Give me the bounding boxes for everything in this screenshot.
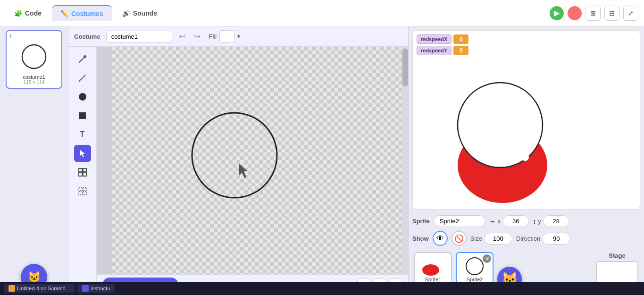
- taskbar-label-0: Untitled-4 on Scratch...: [17, 286, 70, 291]
- editor-toolbar: Costume ↩ ↪ Fill ▾: [68, 26, 408, 47]
- tab-sounds-label: Sounds: [133, 9, 157, 17]
- svg-line-3: [79, 75, 86, 81]
- svg-rect-13: [79, 192, 82, 195]
- costume-number: 1: [9, 34, 12, 39]
- sprite-info-row-1: Sprite ↔ x ↕ y: [409, 213, 644, 229]
- rect-tool[interactable]: [74, 107, 91, 124]
- stage-display: redspeedX 0 redspeedY 0: [412, 30, 640, 210]
- tab-costumes-label: Costumes: [71, 10, 103, 17]
- svg-point-22: [466, 258, 483, 275]
- reshape-tool[interactable]: [74, 164, 91, 181]
- svg-point-18: [458, 83, 543, 168]
- svg-marker-16: [239, 164, 248, 178]
- sprite-label: Sprite: [412, 218, 430, 225]
- taskbar-label-1: instructu: [91, 286, 110, 291]
- hide-eye-button[interactable]: 🚫: [452, 231, 467, 246]
- x-input[interactable]: [502, 215, 529, 227]
- costume-field-label: Costume: [74, 33, 100, 40]
- svg-point-0: [22, 45, 46, 68]
- code-icon: 🧩: [14, 9, 22, 17]
- stage-svg: [413, 31, 640, 209]
- sprite1-preview: [421, 256, 445, 277]
- fill-section: Fill ▾: [209, 30, 241, 42]
- direction-input[interactable]: [542, 233, 570, 244]
- svg-rect-9: [79, 173, 82, 176]
- fill-dropdown-button[interactable]: ▾: [237, 33, 240, 40]
- main-layout: 1 costume1 115 × 114 🐱 Costume ↩ ↪ Fill …: [0, 26, 644, 295]
- svg-point-19: [521, 153, 529, 161]
- y-label: y: [538, 218, 541, 225]
- svg-rect-12: [83, 187, 86, 191]
- canvas-scrollbar[interactable]: [401, 47, 408, 274]
- svg-marker-6: [80, 150, 85, 157]
- y-arrow-icon: ↕: [533, 218, 536, 225]
- svg-point-2: [84, 55, 86, 58]
- sound-icon: 🔊: [122, 9, 130, 17]
- size-section: Size: [470, 233, 512, 244]
- taskbar: Untitled-4 on Scratch... instructu: [0, 282, 644, 295]
- brush-tool[interactable]: [74, 51, 91, 67]
- canvas-area: ⊞ Convert to Vector − ⊡ +: [97, 47, 408, 295]
- taskbar-favicon-0: [8, 285, 15, 292]
- top-right-controls: ▶ ⊞ ⊟ ⤢: [550, 6, 638, 21]
- y-input[interactable]: [543, 215, 569, 227]
- tab-sounds[interactable]: 🔊 Sounds: [114, 6, 166, 21]
- svg-point-20: [422, 264, 439, 276]
- tab-code-label: Code: [25, 9, 42, 17]
- green-flag-button[interactable]: ▶: [550, 6, 564, 20]
- costume-item-dims: 115 × 114: [24, 80, 45, 85]
- sprite2-delete-button[interactable]: ✕: [483, 254, 491, 263]
- svg-rect-10: [83, 173, 86, 176]
- undo-button[interactable]: ↩: [178, 30, 187, 42]
- select-tool[interactable]: [74, 145, 91, 162]
- svg-rect-11: [79, 187, 82, 191]
- ellipse-tool[interactable]: [74, 88, 91, 105]
- fill-tool[interactable]: [74, 183, 91, 200]
- layout-toggle-2[interactable]: ⊟: [604, 6, 619, 21]
- fill-label: Fill: [209, 33, 217, 40]
- svg-rect-7: [79, 169, 82, 172]
- tab-costumes[interactable]: ✏️ Costumes: [52, 5, 112, 21]
- text-tool[interactable]: T: [74, 126, 91, 143]
- costume-icon: ✏️: [60, 10, 68, 17]
- sprite-info-row-2: Show 👁 🚫 Size Direction: [409, 229, 644, 248]
- taskbar-favicon-1: [82, 285, 89, 292]
- right-panel: redspeedX 0 redspeedY 0 Sprite: [408, 26, 644, 295]
- fullscreen-button[interactable]: ⤢: [623, 6, 638, 21]
- svg-rect-14: [83, 192, 86, 195]
- canvas-left-strip: [97, 47, 112, 274]
- canvas-wrapper[interactable]: [97, 47, 408, 274]
- size-label: Size: [470, 235, 482, 242]
- show-eye-button[interactable]: 👁: [433, 231, 448, 246]
- drawing-tools: T: [68, 47, 97, 295]
- svg-rect-5: [79, 112, 86, 119]
- scrollbar-thumb[interactable]: [402, 49, 408, 86]
- x-coord-section: ↔ x: [489, 215, 529, 227]
- canvas-checkers[interactable]: [112, 47, 408, 274]
- y-coord-section: ↕ y: [533, 215, 569, 227]
- fill-swatch[interactable]: [219, 30, 234, 42]
- editor-inner: T: [68, 47, 408, 295]
- svg-rect-8: [83, 169, 86, 172]
- show-label: Show: [412, 235, 429, 242]
- direction-section: Direction: [516, 233, 570, 244]
- svg-point-4: [79, 93, 86, 101]
- line-tool[interactable]: [74, 69, 91, 86]
- costume-item-name: costume1: [23, 74, 45, 80]
- taskbar-item-0[interactable]: Untitled-4 on Scratch...: [4, 284, 75, 293]
- costume-item[interactable]: 1 costume1 115 × 114: [6, 30, 62, 89]
- svg-line-1: [79, 57, 84, 62]
- svg-point-15: [192, 113, 277, 198]
- redo-button[interactable]: ↪: [192, 30, 201, 42]
- stage-label: Stage: [609, 252, 625, 259]
- taskbar-item-1[interactable]: instructu: [77, 284, 115, 293]
- costume-name-input[interactable]: [106, 31, 172, 42]
- red-stop-button[interactable]: [568, 6, 582, 20]
- top-bar: 🧩 Code ✏️ Costumes 🔊 Sounds ▶ ⊞ ⊟ ⤢: [0, 0, 644, 26]
- costumes-sidebar: 1 costume1 115 × 114 🐱: [0, 26, 68, 295]
- layout-toggle-1[interactable]: ⊞: [585, 6, 601, 21]
- sprite-name-input[interactable]: [434, 215, 485, 227]
- direction-label: Direction: [516, 235, 540, 242]
- tab-code[interactable]: 🧩 Code: [6, 6, 50, 21]
- size-input[interactable]: [484, 233, 512, 244]
